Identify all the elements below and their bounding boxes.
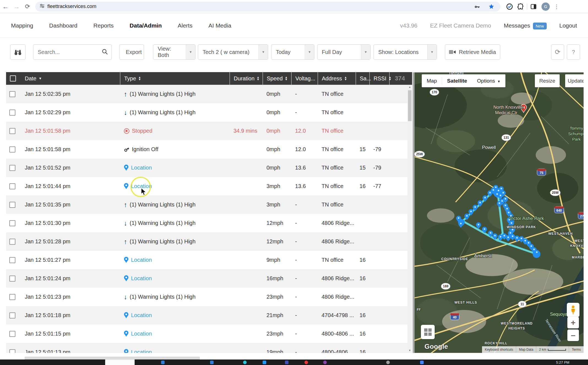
table-row[interactable]: Jan 12 5:01:27 pmLocation9mph-TN office1…	[6, 251, 412, 269]
select-all-checkbox[interactable]	[10, 75, 16, 81]
password-key-icon[interactable]	[472, 2, 482, 11]
row-checkbox[interactable]	[9, 146, 15, 152]
profile-avatar[interactable]: G	[541, 2, 550, 11]
row-checkbox[interactable]	[9, 349, 15, 353]
row-checkbox[interactable]	[9, 183, 15, 189]
resize-button[interactable]: Resize	[535, 74, 560, 87]
column-satellites[interactable]: Sa...	[356, 72, 369, 85]
tiles-toggle-button[interactable]	[421, 325, 435, 339]
table-row[interactable]: Jan 12 5:02:29 pm↓(1) Warning Lights (1)…	[6, 103, 412, 122]
map-view-button[interactable]: Map	[422, 78, 442, 84]
zoom-in-button[interactable]: +	[567, 317, 579, 328]
table-row[interactable]: Jan 12 5:01:18 pmLocation21mph-4704-4798…	[6, 306, 412, 325]
nav-dashboard[interactable]: Dashboard	[49, 22, 78, 29]
terms-link[interactable]: Terms	[569, 346, 584, 353]
taskbar-app-icon[interactable]	[420, 361, 424, 364]
messages-link[interactable]: MessagesNew	[504, 22, 547, 29]
event-type-label[interactable]: Location	[131, 331, 152, 337]
address-bar[interactable]: fleettrackservices.com	[35, 2, 500, 12]
search-box[interactable]	[33, 44, 112, 60]
bookmark-star-icon[interactable]	[487, 2, 496, 11]
table-row[interactable]: Jan 12 5:01:44 pmLocation3mph13.6TN offi…	[6, 177, 412, 195]
row-checkbox[interactable]	[9, 91, 15, 97]
zoom-out-button[interactable]: –	[567, 329, 579, 341]
nav-ai-media[interactable]: AI Media	[208, 22, 231, 29]
tune-icon[interactable]	[40, 4, 45, 10]
event-type-label[interactable]: Location	[131, 349, 152, 353]
table-row[interactable]: Jan 12 5:01:13 pmLocation19mph-4800-4806…	[6, 343, 412, 353]
table-row[interactable]: Jan 12 5:01:58 pmStopped34.9 mins0mph12.…	[6, 122, 412, 140]
satellite-view-button[interactable]: Satellite	[442, 78, 472, 84]
taskbar-app-icon[interactable]	[323, 361, 327, 364]
event-type-label[interactable]: Location	[131, 257, 152, 263]
taskbar-app-icon[interactable]	[304, 361, 308, 364]
row-checkbox[interactable]	[9, 239, 15, 245]
row-checkbox[interactable]	[9, 202, 15, 208]
date-filter-select[interactable]: Today▼	[271, 44, 314, 60]
binoculars-button[interactable]	[10, 44, 26, 60]
view-filter-select[interactable]: View: Both▼	[153, 44, 195, 60]
nav-reports[interactable]: Reports	[93, 22, 114, 29]
taskbar-app-icon[interactable]	[263, 361, 266, 364]
retrieve-media-button[interactable]: Retrieve Media	[445, 44, 500, 60]
event-type-label[interactable]: Location	[131, 312, 152, 318]
event-type-label[interactable]: Location	[131, 275, 152, 282]
extensions-puzzle-icon[interactable]	[516, 2, 525, 11]
row-checkbox[interactable]	[9, 220, 15, 226]
nav-alerts[interactable]: Alerts	[178, 22, 193, 29]
row-checkbox[interactable]	[9, 294, 15, 300]
nav-data-admin[interactable]: Data/Admin	[130, 22, 162, 29]
logout-link[interactable]: Logout	[559, 22, 577, 29]
nav-mapping[interactable]: Mapping	[11, 22, 33, 29]
help-button[interactable]: ?	[567, 44, 580, 60]
keyboard-shortcuts-link[interactable]: Keyboard shortcuts	[482, 346, 516, 353]
column-speed[interactable]: Speed▲▼	[263, 72, 291, 85]
forward-icon[interactable]: →	[11, 3, 22, 10]
table-row[interactable]: Jan 12 5:01:52 pmLocation0mph13.6TN offi…	[6, 159, 412, 177]
taskbar-active-app[interactable]	[105, 359, 135, 365]
column-rssi[interactable]: RSSI▲▼	[369, 72, 389, 85]
table-row[interactable]: Jan 12 5:02:35 pm↑(1) Warning Lights (1)…	[6, 85, 412, 103]
options-dropdown[interactable]: Options▼	[472, 78, 505, 84]
extension-check-icon[interactable]	[505, 2, 514, 11]
taskbar-app-icon[interactable]	[285, 361, 288, 364]
scroll-thumb[interactable]	[408, 90, 412, 121]
row-checkbox[interactable]	[9, 128, 15, 134]
column-voltage[interactable]: Voltag...	[291, 72, 318, 85]
search-icon[interactable]	[102, 48, 108, 56]
row-checkbox[interactable]	[9, 276, 15, 282]
event-type-label[interactable]: Location	[131, 165, 152, 171]
search-input[interactable]	[33, 49, 97, 55]
table-row[interactable]: Jan 12 5:01:28 pm↑(1) Warning Lights (1)…	[6, 232, 412, 251]
row-checkbox[interactable]	[9, 165, 15, 171]
update-button[interactable]: Update	[565, 74, 584, 87]
column-address[interactable]: Address▲▼	[318, 72, 356, 85]
row-checkbox[interactable]	[9, 110, 15, 116]
back-icon[interactable]: ←	[0, 3, 11, 10]
row-checkbox[interactable]	[9, 331, 15, 337]
table-row[interactable]: Jan 12 5:01:30 pm↓(1) Warning Lights (1)…	[6, 214, 412, 232]
column-duration[interactable]: Duration▲▼	[230, 72, 263, 85]
taskbar-app-icon[interactable]	[386, 361, 390, 364]
refresh-button[interactable]: ⟳	[551, 44, 564, 60]
row-checkbox[interactable]	[9, 312, 15, 318]
reload-icon[interactable]: ⟳	[22, 3, 33, 10]
taskbar-app-icon[interactable]	[161, 361, 165, 364]
table-row[interactable]: Jan 12 5:01:58 pmIgnition Off0mph12.0TN …	[6, 140, 412, 159]
map-data-link[interactable]: Map Data	[516, 346, 536, 353]
table-row[interactable]: Jan 12 5:01:23 pm↓(1) Warning Lights (1)…	[6, 288, 412, 306]
table-scrollbar[interactable]: ▲ ▼	[407, 85, 412, 353]
device-filter-select[interactable]: Tech 2 ( w camera)▼	[198, 44, 268, 60]
table-row[interactable]: Jan 12 5:01:24 pmLocation16mph-4806 Ridg…	[6, 269, 412, 288]
browser-menu-icon[interactable]: ⋮	[552, 3, 561, 10]
event-type-label[interactable]: Location	[131, 183, 152, 189]
column-type[interactable]: Type▲▼	[120, 72, 230, 85]
url-text[interactable]: fleettrackservices.com	[47, 4, 96, 9]
taskbar-app-icon[interactable]	[243, 361, 247, 364]
table-row[interactable]: Jan 12 5:01:15 pmLocation23mph-4800-4806…	[6, 325, 412, 343]
taskbar-app-icon[interactable]	[210, 361, 214, 364]
column-date[interactable]: Date▼	[21, 72, 120, 85]
time-filter-select[interactable]: Full Day▼	[317, 44, 371, 60]
show-filter-select[interactable]: Show: Locations▼	[374, 44, 437, 60]
side-panel-icon[interactable]	[529, 2, 538, 11]
